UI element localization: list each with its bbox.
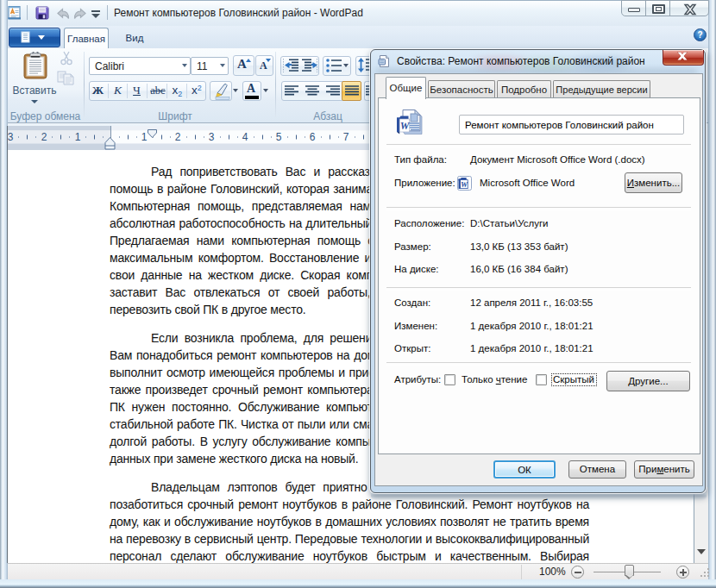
svg-text:W: W: [461, 180, 468, 189]
svg-text:3: 3: [8, 131, 14, 143]
svg-text:6: 6: [310, 131, 316, 143]
svg-text:W: W: [400, 120, 411, 132]
svg-text:1: 1: [141, 131, 148, 143]
svg-text:1: 1: [75, 131, 81, 143]
svg-text:2: 2: [41, 131, 47, 143]
svg-text:3: 3: [209, 131, 215, 143]
svg-text:2: 2: [175, 131, 181, 143]
svg-text:4: 4: [242, 131, 248, 143]
svg-text:5: 5: [276, 131, 282, 143]
svg-text:7: 7: [343, 131, 349, 143]
